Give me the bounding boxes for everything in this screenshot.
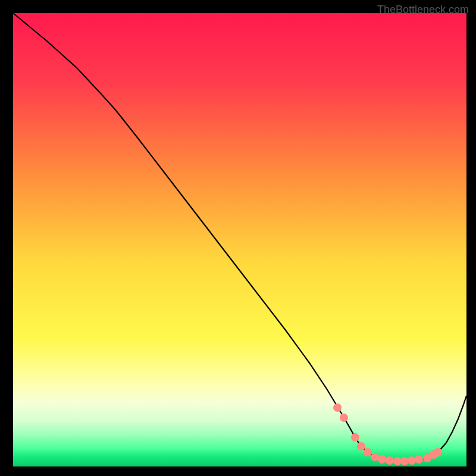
- data-marker: [333, 403, 342, 412]
- data-marker: [357, 442, 365, 450]
- data-marker: [400, 457, 409, 465]
- data-marker: [340, 414, 348, 422]
- data-marker: [371, 453, 379, 461]
- watermark-text: TheBottleneck.com: [377, 4, 469, 16]
- data-marker: [393, 457, 402, 465]
- svg-rect-1: [13, 13, 466, 466]
- data-marker: [408, 456, 416, 465]
- data-marker: [351, 433, 359, 441]
- data-marker: [364, 448, 372, 456]
- data-marker: [386, 456, 394, 465]
- data-marker: [434, 448, 442, 456]
- bottleneck-chart: [0, 0, 476, 476]
- data-marker: [378, 455, 386, 464]
- data-marker: [415, 455, 423, 464]
- chart-container: TheBottleneck.com: [0, 0, 476, 476]
